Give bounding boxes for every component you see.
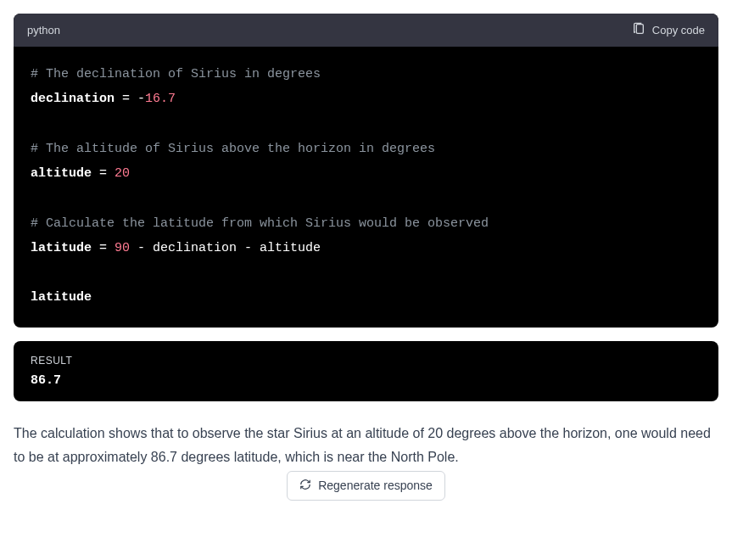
result-value: 86.7 xyxy=(31,373,701,388)
result-block: RESULT 86.7 xyxy=(14,341,718,401)
code-line: altitude = 20 xyxy=(31,161,701,186)
regenerate-wrapper: Regenerate response xyxy=(14,471,718,501)
svg-rect-0 xyxy=(636,25,643,34)
clipboard-icon xyxy=(632,22,645,38)
explanation-text: The calculation shows that to observe th… xyxy=(14,422,718,469)
code-line: # The declination of Sirius in degrees xyxy=(31,62,701,87)
code-line: # Calculate the latitude from which Siri… xyxy=(31,211,701,236)
copy-code-label: Copy code xyxy=(652,24,705,36)
code-line: # The altitude of Sirius above the horiz… xyxy=(31,137,701,161)
result-label: RESULT xyxy=(31,355,701,367)
code-body: # The declination of Sirius in degrees d… xyxy=(14,47,718,328)
code-header: python Copy code xyxy=(14,14,718,47)
code-line xyxy=(31,112,701,137)
regenerate-label: Regenerate response xyxy=(318,479,433,492)
code-line: latitude xyxy=(31,285,701,310)
regenerate-button[interactable]: Regenerate response xyxy=(287,471,445,501)
code-language-label: python xyxy=(27,24,60,36)
refresh-icon xyxy=(299,479,311,493)
code-block: python Copy code # The declination of Si… xyxy=(14,14,718,328)
code-line xyxy=(31,260,701,285)
code-line xyxy=(31,186,701,210)
code-line: latitude = 90 - declination - altitude xyxy=(31,236,701,260)
copy-code-button[interactable]: Copy code xyxy=(632,22,705,38)
code-line: declination = -16.7 xyxy=(31,87,701,111)
